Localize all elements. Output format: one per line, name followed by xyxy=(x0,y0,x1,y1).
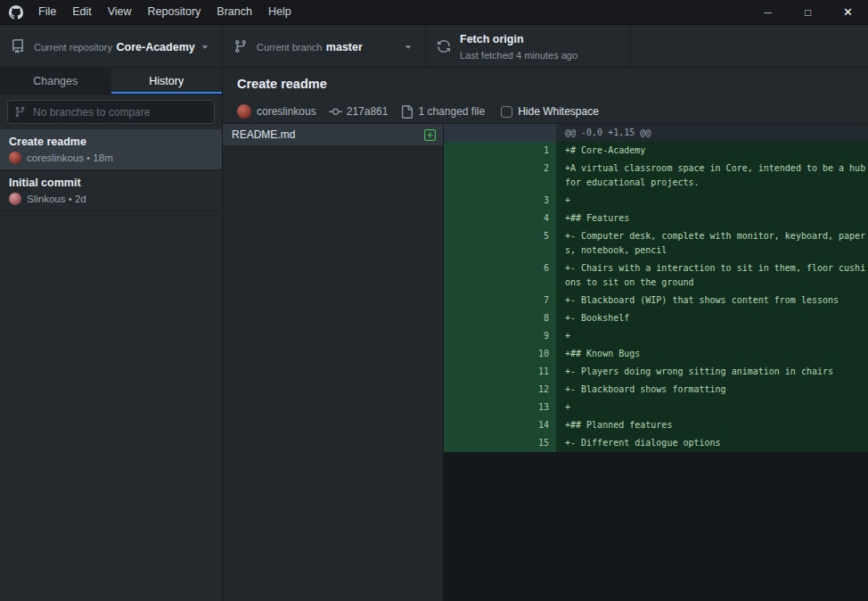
git-commit-icon xyxy=(329,105,342,119)
commit-meta: coreslinkous • 18m xyxy=(9,152,213,164)
menu-item-file[interactable]: File xyxy=(30,0,64,24)
diff-line-number: 7 xyxy=(500,292,556,309)
current-branch-value: master xyxy=(326,41,363,54)
toolbar: Current repository Core-Academy Current … xyxy=(0,25,868,68)
commit-author: coreslinkous xyxy=(257,105,316,118)
diff-line-7: 7+- Blackboard (WIP) that shows content … xyxy=(444,292,868,309)
diff-line-text: +## Known Bugs xyxy=(556,345,868,363)
hide-whitespace-label[interactable]: Hide Whitespace xyxy=(518,105,599,118)
changed-files-panel: README.md xyxy=(223,124,444,601)
menu-item-edit[interactable]: Edit xyxy=(64,0,100,24)
diff-gutter-old xyxy=(444,363,500,381)
current-repository-selector[interactable]: Current repository Core-Academy xyxy=(0,25,223,67)
diff-line-13: 13+ xyxy=(444,399,868,416)
menu-item-repository[interactable]: Repository xyxy=(140,0,209,24)
changed-files-count: 1 changed file xyxy=(418,105,485,118)
diff-line-text: +- Chairs with a interaction to sit in t… xyxy=(556,259,868,292)
branch-compare-filter xyxy=(0,95,222,129)
github-desktop-window: FileEditViewRepositoryBranchHelp ─ □ ✕ C… xyxy=(0,0,868,601)
diff-line-number: 1 xyxy=(500,142,556,160)
commit-sha: 217a861 xyxy=(347,105,389,118)
chevron-down-icon xyxy=(402,40,414,53)
diff-line-text: +- Bookshelf xyxy=(556,309,868,327)
current-branch-text: Current branch master xyxy=(257,38,363,54)
diff-lines: @@ -0,0 +1,15 @@1+# Core-Academy2+A virt… xyxy=(444,124,868,452)
commit-detail-title: Create readme xyxy=(223,68,868,100)
main-panel: Create readme coreslinkous 217a861 1 cha… xyxy=(223,68,868,601)
diff-gutter-old xyxy=(444,434,500,452)
diff-line-2: 2+A virtual classroom space in Core, int… xyxy=(444,160,868,192)
sidebar: Changes History Create readmecoreslinkou… xyxy=(0,68,223,601)
diff-line-text: +## Planned features xyxy=(556,416,868,434)
diff-line-text: + xyxy=(556,192,868,210)
diff-view: @@ -0,0 +1,15 @@1+# Core-Academy2+A virt… xyxy=(444,124,868,601)
diff-gutter-old xyxy=(444,399,500,416)
diff-line-text: +- Computer desk, complete with monitor,… xyxy=(556,227,868,259)
diff-line-number: 13 xyxy=(500,399,556,416)
branch-compare-input[interactable] xyxy=(7,100,215,124)
diff-line-number: 8 xyxy=(500,309,556,327)
hunk-gutter-old xyxy=(444,124,500,142)
current-repository-text: Current repository Core-Academy xyxy=(34,38,195,54)
diff-line-11: 11+- Players doing wrong sitting animati… xyxy=(444,363,868,381)
chevron-down-icon xyxy=(199,40,211,53)
diff-line-number: 6 xyxy=(500,259,556,292)
diff-gutter-old xyxy=(444,142,500,160)
current-repository-value: Core-Academy xyxy=(117,41,195,54)
app-body: Changes History Create readmecoreslinkou… xyxy=(0,68,868,601)
avatar xyxy=(237,104,251,119)
diff-line-4: 4+## Features xyxy=(444,210,868,227)
github-logo-icon xyxy=(9,5,23,20)
file-icon xyxy=(400,105,414,119)
fetch-origin-button[interactable]: Fetch origin Last fetched 4 minutes ago xyxy=(426,25,631,67)
commit-title: Create readme xyxy=(9,136,213,148)
avatar xyxy=(9,193,21,205)
fetch-origin-subtitle: Last fetched 4 minutes ago xyxy=(460,50,577,61)
diff-line-9: 9+ xyxy=(444,327,868,345)
tab-history[interactable]: History xyxy=(111,68,223,94)
diff-line-number: 3 xyxy=(500,192,556,210)
diff-gutter-old xyxy=(444,292,500,309)
file-name: README.md xyxy=(232,128,424,141)
hunk-gutter-new xyxy=(500,124,556,142)
file-list-item-readme[interactable]: README.md xyxy=(223,124,443,145)
diff-line-text: +## Features xyxy=(556,210,868,227)
fetch-origin-title: Fetch origin xyxy=(460,33,524,45)
diff-line-number: 14 xyxy=(500,416,556,434)
diff-gutter-old xyxy=(444,327,500,345)
sync-icon xyxy=(437,39,451,54)
diff-line-number: 5 xyxy=(500,227,556,259)
diff-gutter-old xyxy=(444,210,500,227)
hide-whitespace-checkbox[interactable] xyxy=(501,106,512,118)
current-branch-selector[interactable]: Current branch master xyxy=(223,25,426,67)
current-repository-label: Current repository xyxy=(34,42,112,53)
commit-list-item[interactable]: Create readmecoreslinkous • 18m xyxy=(0,129,222,170)
diff-line-number: 10 xyxy=(500,345,556,363)
maximize-button[interactable]: □ xyxy=(788,0,828,24)
diff-line-text: +A virtual classroom space in Core, inte… xyxy=(556,160,868,192)
diff-gutter-old xyxy=(444,160,500,192)
diff-line-text: + xyxy=(556,399,868,416)
menu-bar: FileEditViewRepositoryBranchHelp ─ □ ✕ xyxy=(0,0,868,25)
commit-list-item[interactable]: Initial commitSlinkous • 2d xyxy=(0,170,222,211)
window-controls: ─ □ ✕ xyxy=(748,0,868,24)
diff-line-number: 9 xyxy=(500,327,556,345)
close-button[interactable]: ✕ xyxy=(828,0,868,24)
fetch-origin-text: Fetch origin Last fetched 4 minutes ago xyxy=(460,30,619,62)
diff-line-8: 8+- Bookshelf xyxy=(444,309,868,327)
tab-changes[interactable]: Changes xyxy=(0,68,111,94)
diff-line-1: 1+# Core-Academy xyxy=(444,142,868,160)
minimize-button[interactable]: ─ xyxy=(748,0,788,24)
menu-items: FileEditViewRepositoryBranchHelp xyxy=(30,0,299,24)
hunk-header-text: @@ -0,0 +1,15 @@ xyxy=(556,124,868,142)
commit-detail-meta: coreslinkous 217a861 1 changed file Hide… xyxy=(223,100,868,124)
menu-item-branch[interactable]: Branch xyxy=(209,0,260,24)
diff-line-6: 6+- Chairs with a interaction to sit in … xyxy=(444,259,868,292)
menu-item-help[interactable]: Help xyxy=(260,0,299,24)
diff-hunk-header: @@ -0,0 +1,15 @@ xyxy=(444,124,868,142)
menu-item-view[interactable]: View xyxy=(100,0,140,24)
commit-meta-text: Slinkous • 2d xyxy=(27,193,86,204)
sidebar-tabs: Changes History xyxy=(0,68,222,95)
diff-line-3: 3+ xyxy=(444,192,868,210)
commit-content: README.md @@ -0,0 +1,15 @@1+# Core-Acade… xyxy=(223,124,868,601)
